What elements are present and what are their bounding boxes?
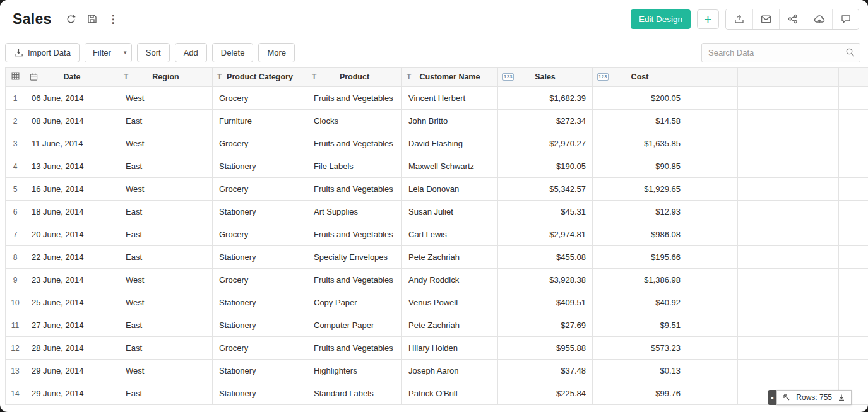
empty-cell[interactable] bbox=[738, 337, 788, 360]
cell[interactable]: 13 June, 2014 bbox=[25, 155, 119, 178]
empty-cell[interactable] bbox=[839, 178, 868, 201]
cell[interactable]: 16 June, 2014 bbox=[25, 178, 119, 201]
export-button[interactable] bbox=[726, 9, 752, 29]
empty-cell[interactable] bbox=[788, 314, 839, 337]
row-number[interactable]: 7 bbox=[6, 223, 25, 246]
share-button[interactable] bbox=[779, 9, 806, 29]
empty-column-header[interactable] bbox=[788, 68, 839, 87]
empty-cell[interactable] bbox=[788, 178, 839, 201]
cell[interactable]: $272.34 bbox=[498, 110, 593, 132]
cell[interactable]: Lela Donovan bbox=[402, 178, 498, 201]
cell[interactable]: Art Supplies bbox=[307, 201, 402, 223]
cell[interactable]: $40.92 bbox=[593, 291, 687, 314]
cell[interactable]: $573.23 bbox=[593, 337, 687, 360]
cell[interactable]: File Labels bbox=[307, 155, 402, 178]
cell[interactable]: Grocery bbox=[213, 87, 307, 110]
cell[interactable]: West bbox=[119, 178, 213, 201]
cell[interactable]: Pete Zachriah bbox=[402, 314, 498, 337]
row-number[interactable]: 4 bbox=[6, 155, 25, 178]
empty-cell[interactable] bbox=[687, 178, 738, 201]
empty-cell[interactable] bbox=[738, 291, 788, 314]
go-to-bottom-icon[interactable] bbox=[838, 394, 845, 401]
cell[interactable]: Fruits and Vegetables bbox=[307, 178, 402, 201]
cell[interactable]: Grocery bbox=[213, 132, 307, 155]
empty-cell[interactable] bbox=[687, 291, 738, 314]
go-to-top-icon[interactable] bbox=[783, 394, 790, 401]
cell[interactable]: Hilary Holden bbox=[402, 337, 498, 360]
cell[interactable]: Fruits and Vegetables bbox=[307, 132, 402, 155]
empty-cell[interactable] bbox=[839, 360, 868, 382]
cell[interactable]: Grocery bbox=[213, 223, 307, 246]
empty-cell[interactable] bbox=[687, 132, 738, 155]
column-header-product[interactable]: T Product bbox=[307, 68, 402, 87]
cell[interactable]: John Britto bbox=[402, 110, 498, 132]
search-icon[interactable] bbox=[845, 47, 855, 60]
column-header-region[interactable]: T Region bbox=[119, 68, 213, 87]
cell[interactable]: Stationery bbox=[213, 155, 307, 178]
cell[interactable]: Stationery bbox=[213, 291, 307, 314]
delete-button[interactable]: Delete bbox=[212, 43, 254, 62]
import-data-button[interactable]: Import Data bbox=[5, 43, 80, 62]
empty-cell[interactable] bbox=[687, 110, 738, 132]
empty-cell[interactable] bbox=[839, 201, 868, 223]
empty-cell[interactable] bbox=[839, 291, 868, 314]
cell[interactable]: $99.76 bbox=[593, 382, 687, 405]
empty-cell[interactable] bbox=[839, 87, 868, 110]
cell[interactable]: $955.88 bbox=[498, 337, 593, 360]
empty-cell[interactable] bbox=[738, 201, 788, 223]
row-number[interactable]: 6 bbox=[6, 201, 25, 223]
cell[interactable]: Clocks bbox=[307, 110, 402, 132]
empty-cell[interactable] bbox=[738, 155, 788, 178]
row-number[interactable]: 8 bbox=[6, 246, 25, 269]
empty-column-header[interactable] bbox=[687, 68, 738, 87]
empty-cell[interactable] bbox=[839, 337, 868, 360]
cell[interactable]: East bbox=[119, 110, 213, 132]
cell[interactable]: 23 June, 2014 bbox=[25, 269, 119, 291]
cell[interactable]: Andy Roddick bbox=[402, 269, 498, 291]
cell[interactable]: East bbox=[119, 314, 213, 337]
row-number[interactable]: 2 bbox=[6, 110, 25, 132]
cell[interactable]: 06 June, 2014 bbox=[25, 87, 119, 110]
search-input[interactable] bbox=[701, 43, 860, 62]
cell[interactable]: 29 June, 2014 bbox=[25, 382, 119, 405]
cell[interactable]: $12.93 bbox=[593, 201, 687, 223]
cell[interactable]: 27 June, 2014 bbox=[25, 314, 119, 337]
cell[interactable]: 22 June, 2014 bbox=[25, 246, 119, 269]
empty-cell[interactable] bbox=[788, 360, 839, 382]
row-number[interactable]: 11 bbox=[6, 314, 25, 337]
row-number[interactable]: 5 bbox=[6, 178, 25, 201]
cell[interactable]: Specialty Envelopes bbox=[307, 246, 402, 269]
cell[interactable]: $27.69 bbox=[498, 314, 593, 337]
empty-cell[interactable] bbox=[788, 269, 839, 291]
cell[interactable]: East bbox=[119, 201, 213, 223]
rows-panel-handle[interactable]: ▸ bbox=[768, 390, 776, 405]
cell[interactable]: Vincent Herbert bbox=[402, 87, 498, 110]
empty-cell[interactable] bbox=[788, 87, 839, 110]
empty-cell[interactable] bbox=[788, 246, 839, 269]
empty-cell[interactable] bbox=[687, 201, 738, 223]
empty-cell[interactable] bbox=[738, 87, 788, 110]
empty-cell[interactable] bbox=[687, 337, 738, 360]
refresh-icon[interactable] bbox=[66, 14, 76, 25]
column-header-customer-name[interactable]: T Customer Name bbox=[402, 68, 498, 87]
empty-cell[interactable] bbox=[839, 246, 868, 269]
cell[interactable]: $2,974.81 bbox=[498, 223, 593, 246]
empty-cell[interactable] bbox=[687, 269, 738, 291]
empty-cell[interactable] bbox=[738, 269, 788, 291]
column-header-sales[interactable]: 123 Sales bbox=[498, 68, 593, 87]
cell[interactable]: Furniture bbox=[213, 110, 307, 132]
empty-cell[interactable] bbox=[687, 87, 738, 110]
cell[interactable]: $190.05 bbox=[498, 155, 593, 178]
cell[interactable]: Carl Lewis bbox=[402, 223, 498, 246]
row-number[interactable]: 10 bbox=[6, 291, 25, 314]
cell[interactable]: $37.48 bbox=[498, 360, 593, 382]
cell[interactable]: 18 June, 2014 bbox=[25, 201, 119, 223]
empty-cell[interactable] bbox=[687, 155, 738, 178]
empty-cell[interactable] bbox=[788, 201, 839, 223]
cell[interactable]: $1,386.98 bbox=[593, 269, 687, 291]
empty-cell[interactable] bbox=[687, 223, 738, 246]
cell[interactable]: $195.66 bbox=[593, 246, 687, 269]
empty-cell[interactable] bbox=[788, 337, 839, 360]
row-number[interactable]: 9 bbox=[6, 269, 25, 291]
empty-cell[interactable] bbox=[687, 246, 738, 269]
